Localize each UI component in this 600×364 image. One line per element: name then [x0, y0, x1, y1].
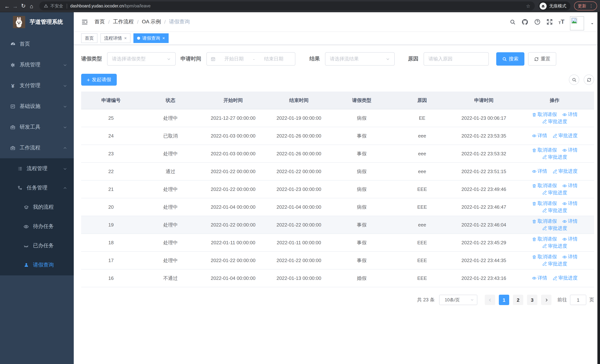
- search-icon[interactable]: [510, 19, 516, 25]
- page-button-1[interactable]: 1: [499, 295, 509, 305]
- reason-label: 原因: [408, 56, 418, 62]
- progress-link[interactable]: 审批进度: [542, 243, 567, 249]
- progress-link[interactable]: 审批进度: [542, 154, 567, 160]
- browser-toolbar: ← → ↻ ⌂ 不安全 dashboard.yudao.iocoder.cn /…: [0, 0, 600, 12]
- chevron-down-icon: [167, 57, 171, 61]
- table-row: 23处理中2022-01-03 00:00:002022-01-26 00:00…: [81, 145, 594, 163]
- page-button-3[interactable]: 3: [527, 295, 537, 305]
- sidebar-item-todo-tasks[interactable]: 待办任务: [0, 217, 74, 236]
- browser-reload-button[interactable]: ↻: [19, 1, 28, 10]
- detail-link[interactable]: 详情: [562, 253, 578, 260]
- detail-link[interactable]: 详情: [532, 132, 547, 139]
- column-header: 原因: [392, 92, 452, 109]
- detail-link[interactable]: 详情: [532, 168, 547, 175]
- refresh-table-button[interactable]: [584, 75, 594, 85]
- font-size-icon[interactable]: TT: [559, 19, 564, 25]
- sidebar-item-done-tasks[interactable]: 已办任务: [0, 236, 74, 255]
- chevron-down-icon[interactable]: [590, 22, 594, 26]
- cancel-leave-link[interactable]: 取消请假: [532, 236, 557, 243]
- sidebar-item-process-management[interactable]: 流程管理: [0, 159, 74, 178]
- cancel-leave-link[interactable]: 取消请假: [532, 253, 557, 260]
- sidebar-collapse-icon[interactable]: [81, 18, 88, 25]
- breadcrumb-item[interactable]: OA 示例: [142, 19, 161, 25]
- progress-link[interactable]: 审批进度: [552, 168, 578, 175]
- avatar[interactable]: [570, 16, 584, 30]
- progress-link[interactable]: 审批进度: [552, 132, 578, 139]
- tab-home[interactable]: 首页: [81, 33, 97, 43]
- sidebar-item-leave-query[interactable]: 请假查询: [0, 255, 74, 275]
- toggle-search-button[interactable]: [569, 75, 579, 85]
- detail-link[interactable]: 详情: [562, 236, 578, 243]
- browser-back-button[interactable]: ←: [3, 1, 11, 10]
- create-leave-button[interactable]: + 发起请假: [81, 74, 117, 86]
- progress-link[interactable]: 审批进度: [542, 225, 567, 232]
- app-logo-row[interactable]: 芋道管理系统: [0, 12, 74, 32]
- sidebar-item-home[interactable]: 首页: [0, 34, 74, 55]
- bookmark-star-icon[interactable]: ☆: [526, 3, 530, 9]
- reset-button[interactable]: 重置: [528, 52, 556, 65]
- browser-home-button[interactable]: ⌂: [28, 1, 36, 10]
- progress-link[interactable]: 审批进度: [542, 207, 567, 214]
- progress-link[interactable]: 审批进度: [552, 275, 578, 281]
- sidebar-item-payment-management[interactable]: ¥支付管理: [0, 75, 74, 96]
- security-warning-icon: [44, 4, 48, 8]
- cell-end-time: 2022-01-26 00:00:00: [266, 127, 332, 145]
- detail-link[interactable]: 详情: [562, 218, 578, 225]
- security-label[interactable]: 不安全: [50, 3, 63, 9]
- close-icon[interactable]: ×: [162, 36, 165, 40]
- detail-link[interactable]: 详情: [562, 147, 578, 153]
- table-row: 19处理中2022-01-22 00:00:002022-01-22 00:00…: [81, 216, 594, 234]
- progress-link[interactable]: 审批进度: [542, 118, 567, 125]
- cancel-leave-link[interactable]: 取消请假: [532, 218, 557, 225]
- browser-forward-button[interactable]: →: [11, 1, 19, 10]
- address-bar[interactable]: 不安全 dashboard.yudao.iocoder.cn /bpm/oa/l…: [39, 1, 535, 10]
- detail-link[interactable]: 详情: [562, 200, 578, 207]
- chevron-up-icon: [63, 146, 67, 150]
- flow-icon: [17, 185, 23, 191]
- search-button[interactable]: 搜索: [496, 52, 525, 65]
- breadcrumb-item[interactable]: 工作流程: [113, 19, 134, 25]
- cancel-leave-link[interactable]: 取消请假: [532, 200, 557, 207]
- result-select[interactable]: 请选择流结果: [325, 52, 395, 65]
- reason-input[interactable]: 请输入原因: [424, 52, 489, 65]
- apply-time-range-picker[interactable]: 开始日期 - 结束日期: [206, 52, 295, 65]
- sidebar-item-infrastructure[interactable]: 基础设施: [0, 96, 74, 117]
- page-scrollbar[interactable]: [597, 12, 600, 364]
- action-label: 取消请假: [538, 147, 557, 153]
- cancel-leave-link[interactable]: 取消请假: [532, 111, 557, 118]
- tab-leave-query[interactable]: 请假查询×: [133, 33, 169, 43]
- cell-leave-type: 病假: [332, 163, 392, 180]
- date-end-placeholder[interactable]: 结束日期: [256, 56, 291, 62]
- cancel-leave-link[interactable]: 取消请假: [532, 182, 557, 189]
- progress-link[interactable]: 审批进度: [542, 189, 567, 196]
- detail-link[interactable]: 详情: [562, 182, 578, 189]
- goto-page-input[interactable]: [570, 295, 586, 305]
- sidebar-item-workflow[interactable]: 工作流程: [0, 138, 74, 158]
- page-size-select[interactable]: 10条/页: [439, 295, 477, 305]
- prev-page-button[interactable]: [485, 295, 495, 305]
- page-header: 首页/工作流程/OA 示例/请假查询 TT: [74, 12, 600, 32]
- cancel-leave-link[interactable]: 取消请假: [532, 147, 557, 153]
- breadcrumb-item[interactable]: 首页: [94, 19, 105, 25]
- next-page-button[interactable]: [541, 295, 552, 305]
- cell-apply-time: 2022-01-22 23:46:04: [452, 216, 515, 234]
- eye-icon: [532, 276, 536, 280]
- progress-link[interactable]: 审批进度: [542, 260, 567, 267]
- column-header: 结束时间: [266, 92, 332, 109]
- address-divider: [66, 3, 67, 8]
- close-icon[interactable]: ×: [124, 36, 127, 40]
- sidebar-item-system-management[interactable]: 系统管理: [0, 55, 74, 75]
- detail-link[interactable]: 详情: [562, 111, 578, 118]
- help-icon[interactable]: [534, 19, 541, 25]
- tab-process-detail[interactable]: 流程详情×: [100, 33, 131, 43]
- leave-type-select[interactable]: 请选择请假类型: [107, 52, 176, 65]
- sidebar-item-task-management[interactable]: 任务管理: [0, 178, 74, 197]
- github-icon[interactable]: [521, 18, 528, 25]
- fullscreen-icon[interactable]: [546, 19, 553, 25]
- sidebar-item-dev-tools[interactable]: 研发工具: [0, 117, 74, 138]
- page-button-2[interactable]: 2: [513, 295, 523, 305]
- date-start-placeholder[interactable]: 开始日期: [216, 56, 252, 62]
- sidebar-item-my-process[interactable]: 我的流程: [0, 197, 74, 217]
- browser-update-menu[interactable]: 更新 ⋮: [574, 1, 597, 10]
- detail-link[interactable]: 详情: [532, 275, 547, 281]
